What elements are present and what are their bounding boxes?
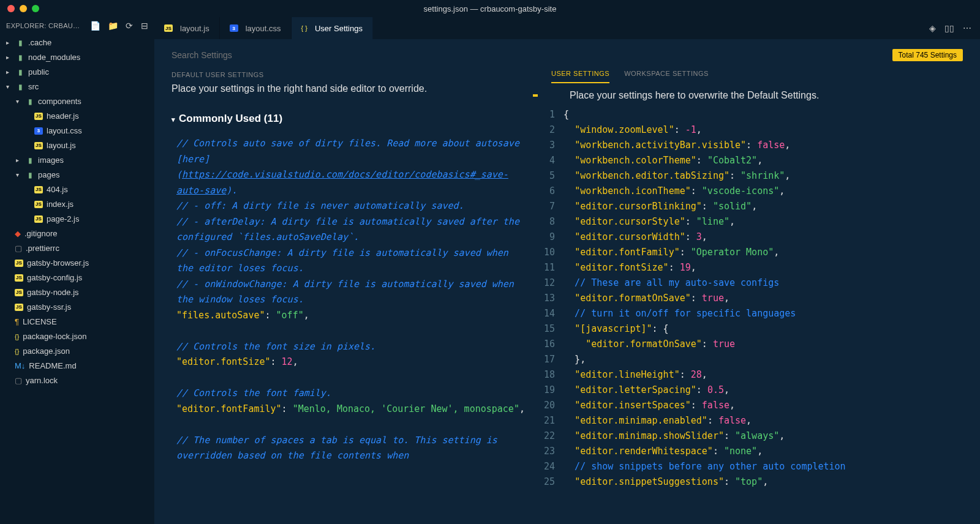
- file-tree: ▸▮.cache▸▮node_modules▸▮public▾▮src▾▮com…: [0, 34, 154, 389]
- line-number: 18: [544, 367, 555, 383]
- tree-folder[interactable]: ▸▮images: [0, 153, 154, 168]
- more-actions-icon[interactable]: ⋯: [963, 23, 971, 33]
- workspace-settings-tab[interactable]: WORKSPACE SETTINGS: [624, 66, 709, 83]
- line-number: 17: [544, 352, 555, 367]
- line-number: 7: [544, 199, 555, 214]
- tree-file[interactable]: ▢yarn.lock: [0, 373, 154, 388]
- code-line[interactable]: "editor.cursorBlinking": "solid",: [564, 199, 980, 214]
- tree-file[interactable]: JSlayout.js: [0, 138, 154, 153]
- tree-item-label: .cache: [28, 37, 51, 49]
- code-line[interactable]: "editor.renderWhitespace": "none",: [564, 444, 980, 459]
- open-settings-json-icon[interactable]: ◈: [929, 23, 936, 33]
- line-number: 16: [544, 337, 555, 352]
- code-line[interactable]: "editor.snippetSuggestions": "top",: [564, 474, 980, 490]
- tree-file[interactable]: JSgatsby-config.js: [0, 271, 154, 285]
- code-line[interactable]: // turn it on/off for specific languages: [564, 306, 980, 321]
- close-window-button[interactable]: [7, 5, 15, 12]
- tree-file[interactable]: JSpage-2.js: [0, 212, 154, 226]
- collapse-all-icon[interactable]: ⊟: [141, 21, 148, 31]
- tree-item-label: gatsby-node.js: [27, 286, 79, 299]
- tree-folder[interactable]: ▾▮pages: [0, 168, 154, 182]
- code-line[interactable]: "workbench.colorTheme": "Cobalt2",: [564, 153, 980, 168]
- maximize-window-button[interactable]: [32, 5, 39, 12]
- tree-file[interactable]: 3layout.css: [0, 124, 154, 138]
- tree-item-label: package-lock.json: [23, 331, 86, 343]
- refresh-icon[interactable]: ⟳: [126, 21, 133, 31]
- code-line[interactable]: "editor.minimap.enabled": false,: [564, 413, 980, 429]
- code-line[interactable]: "editor.fontSize": 19,: [564, 260, 980, 275]
- code-line[interactable]: "workbench.iconTheme": "vscode-icons",: [564, 184, 980, 199]
- code-line[interactable]: "editor.lineHeight": 28,: [564, 367, 980, 383]
- code-line[interactable]: "editor.formatOnSave": true,: [564, 291, 980, 306]
- tree-file[interactable]: JSheader.js: [0, 109, 154, 124]
- code-line[interactable]: // These are all my auto-save configs: [564, 275, 980, 291]
- line-number: 5: [544, 168, 555, 184]
- commonly-used-category[interactable]: Commonly Used (11): [172, 113, 527, 125]
- user-settings-code[interactable]: { "window.zoomLevel": -1, "workbench.act…: [564, 107, 980, 524]
- tree-file[interactable]: JSgatsby-node.js: [0, 285, 154, 300]
- line-number: 6: [544, 184, 555, 199]
- tree-file[interactable]: JSindex.js: [0, 197, 154, 212]
- explorer-sidebar: EXPLORER: CRBAU… 📄 📁 ⟳ ⊟ ▸▮.cache▸▮node_…: [0, 17, 154, 524]
- user-settings-pane: USER SETTINGS WORKSPACE SETTINGS Place y…: [539, 66, 980, 524]
- tree-file[interactable]: {}package.json: [0, 344, 154, 359]
- line-number: 2: [544, 122, 555, 138]
- new-folder-icon[interactable]: 📁: [108, 21, 118, 31]
- minimize-window-button[interactable]: [20, 5, 27, 12]
- tree-file[interactable]: {}package-lock.json: [0, 329, 154, 344]
- tree-file[interactable]: ◆.gitignore: [0, 226, 154, 241]
- editor-tab[interactable]: JSlayout.js: [154, 17, 220, 39]
- tree-item-label: header.js: [47, 110, 79, 122]
- code-line[interactable]: "editor.insertSpaces": false,: [564, 398, 980, 413]
- new-file-icon[interactable]: 📄: [90, 21, 100, 31]
- code-line[interactable]: "window.zoomLevel": -1,: [564, 122, 980, 138]
- search-settings-input[interactable]: [172, 50, 892, 60]
- tree-item-label: layout.js: [47, 140, 76, 152]
- line-number: 1: [544, 107, 555, 122]
- tree-file[interactable]: ¶LICENSE: [0, 315, 154, 329]
- user-settings-editor[interactable]: 1234567891011121314151617181920212223242…: [539, 107, 980, 524]
- code-line[interactable]: "editor.cursorStyle": "line",: [564, 214, 980, 230]
- line-number: 10: [544, 245, 555, 260]
- tree-file[interactable]: ▢.prettierrc: [0, 241, 154, 256]
- code-line[interactable]: "workbench.activityBar.visible": false,: [564, 138, 980, 153]
- tree-item-label: .prettierrc: [26, 242, 59, 255]
- tree-folder[interactable]: ▸▮public: [0, 65, 154, 80]
- split-editor-icon[interactable]: ▯▯: [944, 23, 954, 33]
- code-line[interactable]: "editor.cursorWidth": 3,: [564, 230, 980, 245]
- tree-item-label: layout.css: [47, 125, 82, 137]
- line-number: 24: [544, 459, 555, 474]
- tree-item-label: src: [28, 81, 39, 93]
- tree-folder[interactable]: ▸▮node_modules: [0, 50, 154, 65]
- editor-tab[interactable]: { }User Settings: [292, 17, 373, 39]
- code-line[interactable]: "[javascript]": {: [564, 321, 980, 337]
- tree-item-label: public: [28, 66, 49, 78]
- line-number: 19: [544, 383, 555, 398]
- code-line[interactable]: "workbench.editor.tabSizing": "shrink",: [564, 168, 980, 184]
- tree-file[interactable]: JSgatsby-ssr.js: [0, 300, 154, 315]
- code-line[interactable]: },: [564, 352, 980, 367]
- tree-item-label: page-2.js: [47, 213, 79, 225]
- code-line[interactable]: "editor.letterSpacing": 0.5,: [564, 383, 980, 398]
- default-settings-code[interactable]: // Controls auto save of dirty files. Re…: [172, 136, 527, 464]
- code-line[interactable]: "editor.fontFamily": "Operator Mono",: [564, 245, 980, 260]
- line-number: 9: [544, 230, 555, 245]
- tree-file[interactable]: M↓README.md: [0, 359, 154, 373]
- tree-file[interactable]: JS404.js: [0, 182, 154, 197]
- tree-item-label: images: [38, 154, 64, 167]
- tree-item-label: gatsby-browser.js: [27, 257, 89, 269]
- line-number: 15: [544, 321, 555, 337]
- editor-tab[interactable]: 3layout.css: [220, 17, 292, 39]
- tree-file[interactable]: JSgatsby-browser.js: [0, 256, 154, 271]
- explorer-header: EXPLORER: CRBAU… 📄 📁 ⟳ ⊟: [0, 17, 154, 34]
- tree-folder[interactable]: ▸▮.cache: [0, 36, 154, 50]
- tree-folder[interactable]: ▾▮src: [0, 80, 154, 94]
- line-number: 13: [544, 291, 555, 306]
- line-number: 25: [544, 474, 555, 490]
- user-settings-tab[interactable]: USER SETTINGS: [551, 66, 609, 83]
- code-line[interactable]: "editor.formatOnSave": true: [564, 337, 980, 352]
- tree-folder[interactable]: ▾▮components: [0, 94, 154, 109]
- code-line[interactable]: "editor.minimap.showSlider": "always",: [564, 429, 980, 444]
- code-line[interactable]: {: [564, 107, 980, 122]
- code-line[interactable]: // show snippets before any other auto c…: [564, 459, 980, 474]
